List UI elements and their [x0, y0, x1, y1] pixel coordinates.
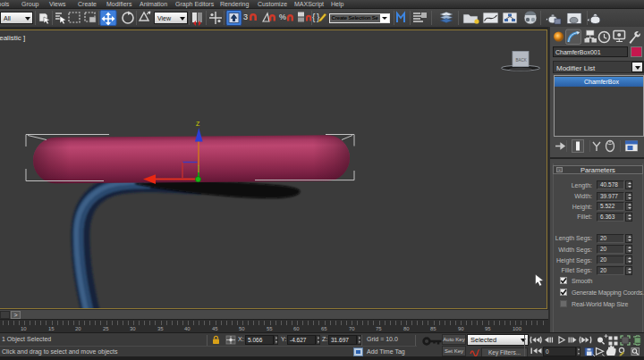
svg-text:BACK: BACK [516, 58, 527, 63]
svg-text:Z: Z [196, 121, 200, 127]
